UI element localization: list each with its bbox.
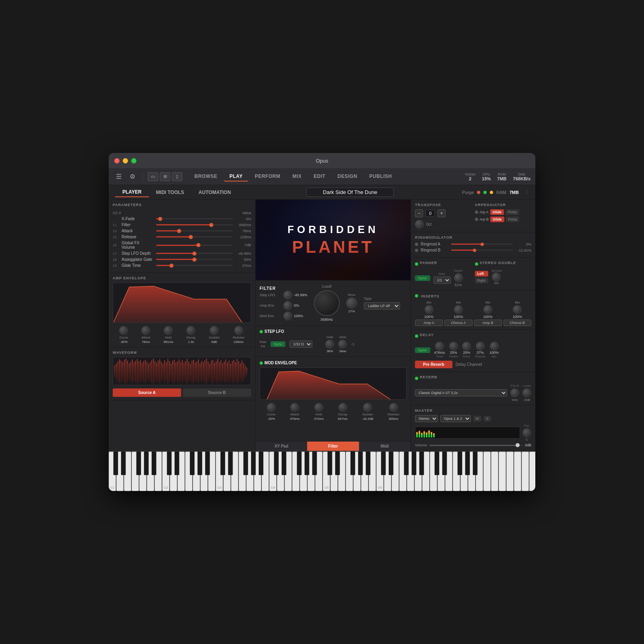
volume-slider[interactable] <box>429 445 522 446</box>
reverb-preset-select[interactable]: Classic Digital A ST 3.2s <box>415 389 507 396</box>
master-output-select[interactable]: Opus 1 & 2 <box>440 415 471 422</box>
mod-sustain[interactable] <box>363 403 372 412</box>
mod-env-mod-knob[interactable] <box>283 312 292 320</box>
stereo-left-btn[interactable]: Left <box>475 271 488 277</box>
filter-type-select[interactable]: Ladder LP 4P <box>364 302 400 310</box>
panner-depth-knob[interactable] <box>454 273 463 282</box>
sustain-knob[interactable] <box>210 326 219 335</box>
ringmod-b-slider[interactable] <box>451 250 513 251</box>
more-options-icon[interactable]: ⋮ <box>524 190 529 195</box>
delay-sync-btn[interactable]: Sync <box>415 347 430 353</box>
arp-b-glide-btn[interactable]: Glide <box>490 217 504 222</box>
insert-amp-b-mix-knob[interactable] <box>483 305 492 314</box>
mod-attack[interactable] <box>290 403 299 412</box>
gate-knob[interactable] <box>325 340 334 349</box>
maximize-button[interactable] <box>131 158 136 163</box>
delay-flutter-knob[interactable] <box>449 342 458 351</box>
reverb-controls: Classic Digital A ST 3.2s Pre-D 0ms Leve… <box>415 384 531 402</box>
reverb-level-knob[interactable] <box>522 388 531 397</box>
insert-chorus-b-mix-knob[interactable] <box>513 305 522 314</box>
subtab-automation[interactable]: AUTOMATION <box>191 188 238 197</box>
step-lfo-mod-knob[interactable] <box>283 291 292 299</box>
stereo-right-btn[interactable]: Right <box>475 278 488 283</box>
tab-midi[interactable]: Midi <box>359 442 411 451</box>
delay-drive-knob[interactable] <box>462 342 471 351</box>
insert-chorus-a-mix-knob[interactable] <box>454 305 463 314</box>
tab-xy-pad[interactable]: XY Pad <box>256 442 307 451</box>
tab-browse[interactable]: BROWSE <box>189 172 223 182</box>
mod-decay[interactable] <box>339 403 347 412</box>
transpose-plus-btn[interactable]: + <box>438 209 446 217</box>
panner-sync-btn[interactable]: Sync <box>415 275 430 281</box>
tab-design[interactable]: DESIGN <box>332 172 363 182</box>
master-m-btn[interactable]: M <box>473 416 481 421</box>
gear-icon[interactable]: ⚙ <box>127 171 138 182</box>
filter-slider[interactable] <box>156 224 233 225</box>
purge-label[interactable]: Purge <box>462 190 474 195</box>
source-a-button[interactable]: Source A <box>113 388 181 397</box>
insert-amp-a-btn[interactable]: Amp A <box>415 320 443 326</box>
amp-envelope-section: AMP ENVELOPE <box>109 273 255 347</box>
source-b-button[interactable]: Source B <box>183 388 251 397</box>
slew-knob[interactable] <box>338 340 347 349</box>
arp-a-glide-btn[interactable]: Glide <box>490 209 504 215</box>
transpose-minus-btn[interactable]: − <box>415 209 423 217</box>
subtab-player[interactable]: PLAYER <box>115 188 149 197</box>
tab-publish[interactable]: PUBLISH <box>364 172 398 182</box>
delay-repeat-knob[interactable] <box>476 342 485 351</box>
subtab-midi-tools[interactable]: MIDI TOOLS <box>149 188 192 197</box>
release-knob[interactable] <box>234 326 243 335</box>
master-mode-select[interactable]: Stereo <box>415 415 438 422</box>
global-fx-slider[interactable] <box>156 245 233 246</box>
reso-knob[interactable] <box>346 297 357 309</box>
arp-a-porta-btn[interactable]: Porta <box>506 209 519 215</box>
master-s-btn[interactable]: S <box>484 416 491 421</box>
insert-chorus-b-btn[interactable]: Chorus B <box>504 320 531 326</box>
insert-amp-b-btn[interactable]: Amp B <box>474 320 502 326</box>
insert-chorus-a-btn[interactable]: Chorus A <box>444 320 472 326</box>
tab-play[interactable]: PLAY <box>224 172 248 182</box>
panner-rate-select[interactable]: 1/1 <box>433 277 451 284</box>
tab-edit[interactable]: EDIT <box>308 172 331 182</box>
step-lfo-sync-btn[interactable]: Sync <box>270 341 286 347</box>
insert-amp-a-mix-knob[interactable] <box>425 305 433 314</box>
layout-btn-1[interactable]: ▭ <box>148 172 158 181</box>
tab-perform[interactable]: PERFORM <box>249 172 286 182</box>
xfade-slider[interactable] <box>156 218 233 219</box>
attack-slider[interactable] <box>156 230 233 231</box>
reverb-pre-d-knob[interactable] <box>510 388 519 397</box>
hold-knob[interactable] <box>164 326 173 335</box>
mod-curve[interactable] <box>267 403 276 412</box>
tab-mix[interactable]: MIX <box>287 172 307 182</box>
minimize-button[interactable] <box>123 158 128 163</box>
mod-release[interactable] <box>389 403 398 412</box>
knob-sustain: Sustain 0dB <box>209 326 220 344</box>
transpose-value[interactable]: 0 <box>425 210 435 217</box>
transpose-oct-knob[interactable] <box>415 220 424 229</box>
mod-hold[interactable] <box>314 403 323 412</box>
ringmod-a-slider[interactable] <box>451 244 513 245</box>
close-button[interactable] <box>114 158 120 163</box>
cutoff-knob[interactable] <box>314 290 340 316</box>
tab-filter[interactable]: Filter <box>307 442 359 451</box>
pre-reverb-btn[interactable]: Pre Reverb <box>415 361 452 368</box>
layout-btn-3[interactable]: ▯ <box>172 172 182 181</box>
arp-b-porta-btn[interactable]: Porta <box>506 217 520 222</box>
layout-btn-2[interactable]: ⊞ <box>160 172 170 181</box>
preset-name[interactable]: Dark Side Of The Dune <box>306 188 394 197</box>
step-lfo-slider[interactable] <box>156 253 233 254</box>
attack-knob[interactable] <box>141 326 150 335</box>
step-lfo-rate-select[interactable]: 1/32 D <box>289 341 312 348</box>
spread-knob[interactable] <box>492 272 501 281</box>
release-slider[interactable] <box>156 236 233 237</box>
svg-rect-78 <box>240 363 241 380</box>
decay-knob[interactable] <box>186 326 195 335</box>
hamburger-icon[interactable]: ☰ <box>114 171 124 182</box>
pan-knob[interactable] <box>522 428 531 437</box>
curve-knob[interactable] <box>119 326 128 335</box>
arp-gate-slider[interactable] <box>156 259 233 260</box>
amp-env-mod-knob[interactable] <box>283 301 292 310</box>
delay-time-knob[interactable] <box>435 342 444 351</box>
delay-mix-knob[interactable] <box>490 342 499 351</box>
glide-slider[interactable] <box>156 265 233 266</box>
